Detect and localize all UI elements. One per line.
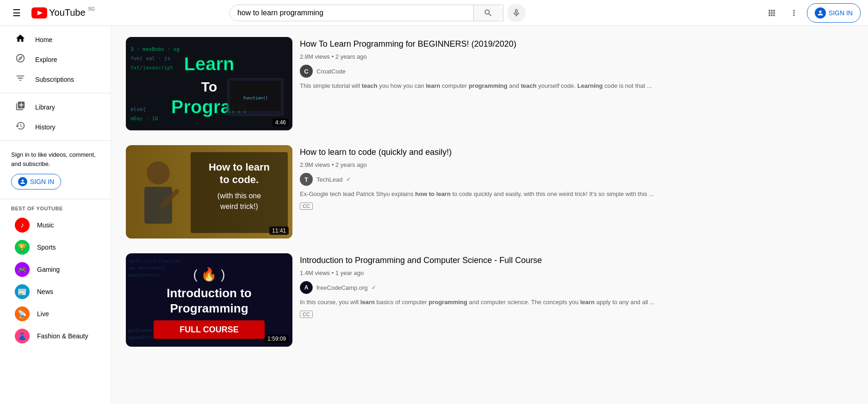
sign-in-button[interactable]: SIGN IN — [807, 3, 861, 23]
signin-prompt-text: Sign in to like videos, comment, and sub… — [11, 151, 96, 167]
video-desc-3: In this course, you will learn basics of… — [300, 298, 853, 307]
sidebar-item-subscriptions[interactable]: Subscriptions — [4, 69, 107, 89]
sidebar-news-label: News — [37, 288, 53, 295]
video-thumbnail-3[interactable]: split_child classList var selectorAll qu… — [126, 253, 292, 347]
video-info-1: How To Learn Programming for BEGINNERS! … — [300, 37, 853, 130]
sidebar-signin-label: SIGN IN — [30, 178, 54, 185]
sidebar-item-history[interactable]: History — [4, 117, 107, 137]
svg-text:Learn: Learn — [184, 54, 235, 74]
channel-name-1[interactable]: CroatCode — [316, 68, 346, 75]
svg-text:fun( val · js: fun( val · js — [130, 55, 170, 61]
sidebar-item-fashion[interactable]: 👗 Fashion & Beauty — [4, 325, 107, 347]
channel-name-3[interactable]: freeCodeCamp.org — [316, 284, 368, 291]
logo-country: SG — [88, 6, 95, 12]
svg-text:to code.: to code. — [220, 174, 259, 185]
svg-text:split_child classList: split_child classList — [128, 259, 181, 263]
video-views-2: 2.9M views — [300, 161, 330, 168]
sports-icon: 🏆 — [15, 240, 30, 255]
video-meta-2: 2.9M views • 2 years ago — [300, 161, 853, 168]
video-title-3[interactable]: Introduction to Programming and Computer… — [300, 255, 853, 266]
video-desc-2: Ex-Google tech lead Patrick Shyu explain… — [300, 190, 853, 199]
video-item-2: How to learn to code. (with this one wei… — [126, 145, 853, 239]
video-meta-3: 1.4M views • 1 year ago — [300, 269, 853, 276]
svg-text:Programming: Programming — [170, 301, 248, 315]
search-button[interactable] — [473, 5, 503, 21]
video-item-3: split_child classList var selectorAll qu… — [126, 253, 853, 347]
video-duration-3: 1:59:09 — [265, 335, 289, 343]
sidebar-item-sports[interactable]: 🏆 Sports — [4, 236, 107, 258]
video-ago-3: 1 year ago — [335, 269, 364, 276]
svg-text:3 · maxBobs · sg: 3 · maxBobs · sg — [130, 46, 180, 52]
svg-text:(with this one: (with this one — [217, 192, 261, 200]
menu-button[interactable]: ☰ — [7, 4, 26, 22]
mic-button[interactable] — [507, 4, 526, 22]
video-dot-1: • — [332, 53, 335, 60]
sidebar-item-home[interactable]: Home — [4, 30, 107, 49]
cc-badge-3: CC — [300, 311, 313, 318]
sidebar-home-label: Home — [35, 36, 52, 43]
sidebar-item-gaming[interactable]: 🎮 Gaming — [4, 258, 107, 281]
sidebar-item-music[interactable]: ♪ Music — [4, 214, 107, 236]
thumb-svg-2: How to learn to code. (with this one wei… — [126, 145, 292, 239]
video-title-1[interactable]: How To Learn Programming for BEGINNERS! … — [300, 39, 853, 49]
sidebar-item-explore[interactable]: Explore — [4, 49, 107, 69]
svg-point-21 — [147, 161, 170, 184]
video-views-1: 2.8M views — [300, 53, 330, 60]
sidebar-avatar-icon — [18, 177, 27, 186]
svg-text:mDay · 10: mDay · 10 — [130, 116, 158, 122]
video-duration-2: 11:41 — [269, 226, 289, 235]
apps-button[interactable] — [763, 4, 781, 22]
svg-text:To: To — [201, 79, 217, 94]
history-icon — [15, 121, 26, 133]
channel-row-3: A freeCodeCamp.org ✓ — [300, 281, 853, 294]
more-button[interactable] — [785, 4, 803, 22]
sidebar-live-label: Live — [37, 310, 49, 318]
verified-icon-3: ✓ — [372, 284, 376, 291]
video-thumbnail-2[interactable]: How to learn to code. (with this one wei… — [126, 145, 292, 239]
library-icon — [15, 101, 26, 113]
svg-text:function(): function() — [243, 96, 268, 100]
sidebar-fashion-label: Fashion & Beauty — [37, 332, 88, 340]
channel-avatar-2[interactable]: T — [300, 173, 313, 186]
youtube-logo[interactable]: YouTubeSG — [31, 7, 95, 18]
sidebar-item-library[interactable]: Library — [4, 97, 107, 117]
mic-icon — [512, 8, 521, 18]
explore-icon — [15, 53, 26, 66]
sidebar-divider-2 — [0, 141, 111, 141]
sidebar-divider-3 — [0, 199, 111, 199]
video-title-2[interactable]: How to learn to code (quickly and easily… — [300, 147, 853, 158]
thumb-svg-3: split_child classList var selectorAll qu… — [126, 253, 292, 347]
video-desc-1: This simple tutorial will teach you how … — [300, 81, 853, 91]
logo-text: YouTube — [49, 7, 86, 18]
channel-avatar-1[interactable]: C — [300, 65, 313, 78]
sidebar-explore-label: Explore — [35, 56, 57, 63]
music-icon: ♪ — [15, 218, 30, 233]
sign-in-label: SIGN IN — [829, 9, 853, 17]
search-icon — [484, 8, 493, 18]
video-thumbnail-1[interactable]: 3 · maxBobs · sg fun( val · js txt/javas… — [126, 37, 292, 130]
best-of-title: BEST OF YOUTUBE — [0, 203, 111, 214]
video-ago-1: 2 years ago — [335, 53, 367, 60]
svg-text:( 🔥 ): ( 🔥 ) — [193, 267, 225, 282]
sidebar-sign-in-button[interactable]: SIGN IN — [11, 174, 61, 190]
channel-name-2[interactable]: TechLead — [316, 176, 342, 183]
channel-row-1: C CroatCode — [300, 65, 853, 78]
sidebar-subscriptions-label: Subscriptions — [35, 76, 74, 83]
cc-badge-2: CC — [300, 202, 313, 210]
video-views-3: 1.4M views — [300, 269, 330, 276]
video-info-2: How to learn to code (quickly and easily… — [300, 145, 853, 239]
sidebar-item-live[interactable]: 📡 Live — [4, 303, 107, 325]
live-icon: 📡 — [15, 306, 30, 321]
video-duration-1: 4:46 — [273, 118, 289, 127]
channel-initial-1: C — [304, 68, 308, 75]
svg-text:querySelector: querySelector — [128, 273, 161, 277]
channel-initial-2: T — [304, 176, 308, 183]
channel-row-2: T TechLead ✓ — [300, 173, 853, 186]
channel-avatar-3[interactable]: A — [300, 281, 313, 294]
subscriptions-icon — [15, 73, 26, 86]
news-icon: 📰 — [15, 284, 30, 299]
youtube-logo-icon — [31, 7, 47, 18]
svg-text:else{: else{ — [130, 106, 146, 112]
search-input[interactable] — [230, 5, 473, 21]
sidebar-item-news[interactable]: 📰 News — [4, 281, 107, 303]
